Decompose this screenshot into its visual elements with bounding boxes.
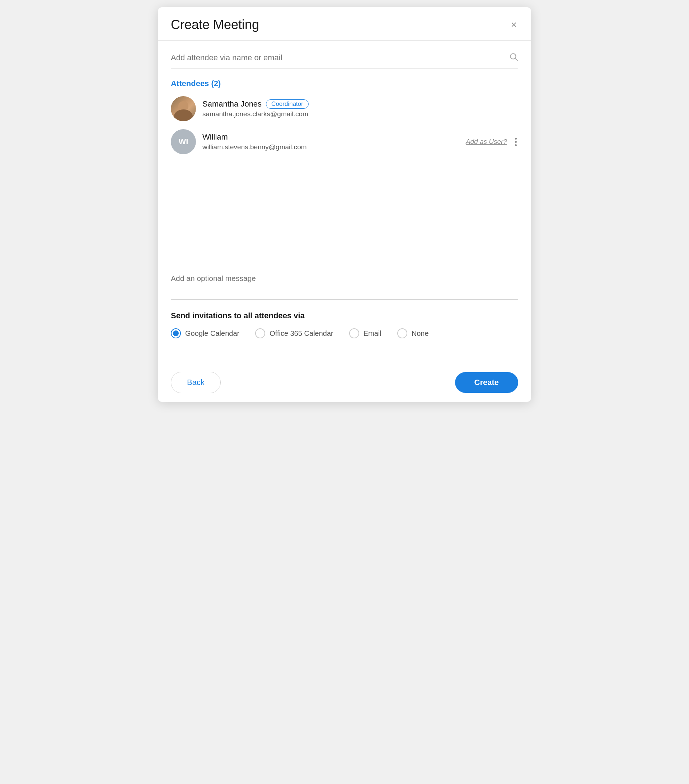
radio-circle-email	[349, 328, 359, 338]
attendee-email: samantha.jones.clarks@gmail.com	[203, 110, 518, 118]
dialog-footer: Back Create	[158, 363, 531, 402]
attendee-info: William william.stevens.benny@gmail.com	[203, 132, 459, 151]
attendees-label: Attendees (2)	[171, 79, 518, 88]
radio-label-office365: Office 365 Calendar	[269, 329, 333, 338]
invitation-section: Send invitations to all attendees via Go…	[171, 311, 518, 338]
create-meeting-dialog: Create Meeting × Attendees (2)	[158, 7, 531, 402]
radio-circle-office365	[255, 328, 265, 338]
attendee-search-input[interactable]	[171, 53, 505, 63]
radio-circle-none	[397, 328, 407, 338]
radio-circle-google	[171, 328, 181, 338]
avatar	[171, 96, 196, 121]
attendee-actions: Add as User?	[466, 136, 518, 147]
dialog-header: Create Meeting ×	[158, 7, 531, 41]
radio-label-google: Google Calendar	[185, 329, 239, 338]
radio-google-calendar[interactable]: Google Calendar	[171, 328, 239, 338]
invitation-label: Send invitations to all attendees via	[171, 311, 518, 320]
radio-email[interactable]: Email	[349, 328, 381, 338]
attendee-info: Samantha Jones Coordinator samantha.jone…	[203, 99, 518, 118]
close-button[interactable]: ×	[509, 18, 518, 31]
attendee-name: Samantha Jones	[203, 99, 262, 109]
radio-office365[interactable]: Office 365 Calendar	[255, 328, 333, 338]
attendee-item: WI William william.stevens.benny@gmail.c…	[171, 129, 518, 154]
attendee-search-container	[171, 52, 518, 69]
radio-label-none: None	[412, 329, 429, 338]
search-icon	[509, 52, 518, 64]
create-button[interactable]: Create	[455, 372, 518, 393]
attendee-name-row: William	[203, 132, 459, 142]
attendee-name-row: Samantha Jones Coordinator	[203, 99, 518, 109]
invitation-radio-group: Google Calendar Office 365 Calendar Emai…	[171, 328, 518, 338]
three-dots-icon	[515, 138, 517, 146]
dialog-title: Create Meeting	[171, 17, 259, 32]
add-as-user-link[interactable]: Add as User?	[466, 138, 507, 146]
attendee-item: Samantha Jones Coordinator samantha.jone…	[171, 96, 518, 121]
radio-inner-google	[173, 331, 179, 336]
message-section	[171, 274, 518, 300]
attendee-email: william.stevens.benny@gmail.com	[203, 143, 459, 151]
radio-none[interactable]: None	[397, 328, 429, 338]
svg-line-1	[515, 58, 518, 61]
back-button[interactable]: Back	[171, 372, 221, 393]
attendee-name: William	[203, 132, 228, 142]
coordinator-badge: Coordinator	[266, 99, 308, 109]
dialog-body: Attendees (2) Samantha Jones Coordinator…	[158, 41, 531, 363]
attendees-section: Attendees (2) Samantha Jones Coordinator…	[171, 79, 518, 267]
radio-label-email: Email	[364, 329, 381, 338]
avatar: WI	[171, 129, 196, 154]
optional-message-input[interactable]	[171, 274, 518, 292]
more-options-button[interactable]	[514, 136, 518, 147]
